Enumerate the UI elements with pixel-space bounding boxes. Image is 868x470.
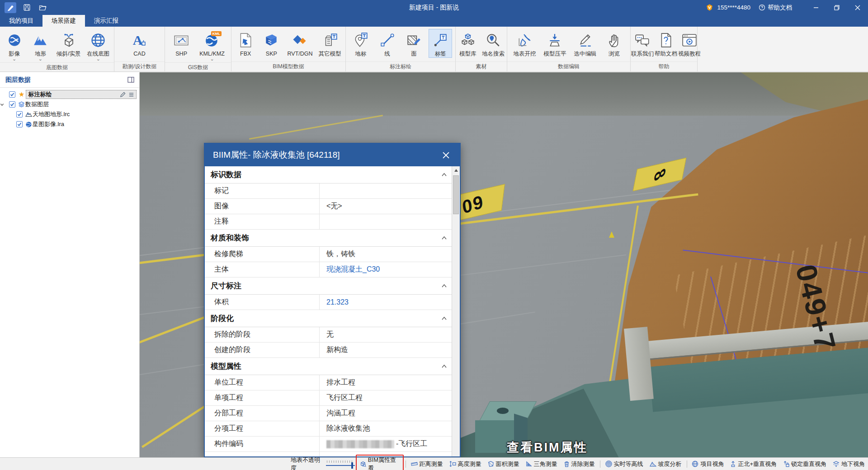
section-header-dimensions[interactable]: 尺寸标注 xyxy=(205,277,452,295)
chevron-up-icon[interactable] xyxy=(441,236,447,240)
button-label: 地标 xyxy=(355,50,366,57)
placemark-button[interactable]: 地标 xyxy=(349,29,373,58)
opacity-slider[interactable] xyxy=(326,460,353,468)
ribbon-group-assets: 模型库 地名搜索 素材 xyxy=(456,27,507,71)
rename-pencil-icon[interactable] xyxy=(120,92,126,98)
clear-measure-button[interactable]: 清除测量 xyxy=(564,460,595,468)
property-row[interactable]: 分项工程 除冰液收集池 xyxy=(205,421,452,437)
property-row[interactable]: 单位工程 排水工程 xyxy=(205,375,452,390)
model-library-button[interactable]: 模型库 xyxy=(456,29,480,58)
chevron-up-icon[interactable] xyxy=(441,364,447,368)
triangle-measure-button[interactable]: 三角测量 xyxy=(526,460,557,468)
tab-my-projects[interactable]: 我的项目 xyxy=(0,15,42,27)
slider-handle[interactable] xyxy=(351,462,353,469)
property-row[interactable]: 体积 21.323 xyxy=(205,295,452,310)
realtime-contour-button[interactable]: 实时等高线 xyxy=(605,460,643,468)
ribbon-group-bim-models: FBX SKP RVT/DGN xyxy=(231,27,346,71)
polygon-button[interactable]: 面 xyxy=(402,29,425,58)
button-label: 联系我们 xyxy=(631,50,654,57)
property-row[interactable]: 单项工程 飞行区工程 xyxy=(205,390,452,406)
checkbox-checked[interactable] xyxy=(16,121,23,127)
property-row[interactable]: 主体 现浇混凝土_C30 xyxy=(205,262,452,277)
selected-layer-box[interactable]: 标注标绘 xyxy=(26,90,137,99)
oblique-model-icon xyxy=(61,30,77,50)
height-measure-button[interactable]: 高度测量 xyxy=(449,460,481,468)
distance-measure-button[interactable]: 距离测量 xyxy=(411,460,443,468)
fbx-button[interactable]: FBX xyxy=(234,29,257,58)
section-header-identity[interactable]: 标识数据 xyxy=(205,166,452,183)
property-row[interactable]: 注释 xyxy=(205,214,452,230)
other-model-button[interactable]: 其它模型 xyxy=(317,29,343,58)
collapse-panel-icon[interactable] xyxy=(127,76,135,83)
tab-scene-build[interactable]: 场景搭建 xyxy=(42,15,85,27)
layer-row-annotation[interactable]: ★ 标注标绘 xyxy=(0,89,139,99)
cad-button[interactable]: A CAD xyxy=(128,29,151,58)
section-header-phasing[interactable]: 阶段化 xyxy=(205,310,452,327)
layer-row-terrain[interactable]: 天地图地形.lrc xyxy=(0,109,139,119)
browse-button[interactable]: 浏览 xyxy=(603,29,626,58)
checkbox-checked[interactable] xyxy=(9,91,15,98)
dialog-scrollbar[interactable] xyxy=(452,166,460,457)
help-doc-link[interactable]: 帮助文档 xyxy=(759,4,792,12)
chevron-down-icon: ⌄ xyxy=(12,57,16,62)
terrain-dig-button[interactable]: 地表开挖 xyxy=(511,29,538,58)
property-row[interactable]: 拆除的阶段 无 xyxy=(205,327,452,343)
layer-row-data-group[interactable]: 数据图层 xyxy=(0,99,139,109)
help-doc-button[interactable]: 帮助文档 xyxy=(654,29,678,58)
section-header-materials[interactable]: 材质和装饰 xyxy=(205,230,452,247)
oblique-photography-button[interactable]: 倾斜/实景 xyxy=(55,29,82,58)
model-flatten-button[interactable]: 模型压平 xyxy=(542,29,568,58)
property-row[interactable]: 图像 <无> xyxy=(205,199,452,214)
save-button[interactable] xyxy=(21,2,33,13)
lock-vertical-view-button[interactable]: 锁定垂直视角 xyxy=(783,460,826,468)
open-folder-button[interactable] xyxy=(37,2,49,13)
checkbox-checked[interactable] xyxy=(16,111,23,118)
favorite-star-icon: ★ xyxy=(19,90,24,99)
property-row[interactable]: 检修爬梯 铁，铸铁 xyxy=(205,247,452,262)
help-document-icon xyxy=(659,30,673,50)
terrain-button[interactable]: 地形 ⌄ xyxy=(28,29,52,62)
user-id[interactable]: 155****4480 xyxy=(717,4,750,11)
property-row[interactable]: 创建的阶段 新构造 xyxy=(205,343,452,358)
layer-row-imagery[interactable]: 星图影像.lra xyxy=(0,119,139,129)
shp-button[interactable]: SHP xyxy=(170,29,193,58)
tab-presentation[interactable]: 演示汇报 xyxy=(85,15,127,27)
property-row[interactable]: 分部工程 沟涵工程 xyxy=(205,406,452,421)
kml-kmz-button[interactable]: KML KML/KMZ ⌄ xyxy=(198,29,226,62)
property-row[interactable]: 构件编码 -飞行区工 xyxy=(205,437,452,452)
place-search-button[interactable]: 地名搜索 xyxy=(480,29,506,58)
dialog-close-icon[interactable] xyxy=(439,148,453,162)
property-row[interactable]: 标记 xyxy=(205,183,452,199)
checkbox-checked[interactable] xyxy=(9,101,15,108)
north-vertical-view-button[interactable]: 正北+垂直视角 xyxy=(730,460,777,468)
project-view-button[interactable]: 项目视角 xyxy=(692,460,724,468)
chevron-up-icon[interactable] xyxy=(441,173,447,177)
area-measure-button[interactable]: 面积测量 xyxy=(488,460,519,468)
scrollbar-thumb[interactable] xyxy=(453,175,459,214)
dialog-title-bar[interactable]: BIIM属性- 除冰液收集池 [642118] xyxy=(205,144,460,166)
chevron-up-icon[interactable] xyxy=(441,316,447,320)
contour-icon xyxy=(605,461,612,467)
online-basemap-button[interactable]: 在线底图 ⌄ xyxy=(85,29,111,62)
expand-chevron-icon[interactable] xyxy=(0,103,7,107)
minimize-button[interactable] xyxy=(806,0,826,15)
rvt-dgn-button[interactable]: RVT/DGN xyxy=(286,29,315,58)
select-edit-button[interactable]: 选中编辑 xyxy=(572,29,599,58)
model-library-icon xyxy=(460,30,476,50)
contact-us-button[interactable]: 联系我们 xyxy=(631,29,654,58)
restore-button[interactable] xyxy=(826,0,847,15)
close-button[interactable] xyxy=(847,0,868,15)
section-header-model-props[interactable]: 模型属性 xyxy=(205,358,452,375)
imagery-button[interactable]: 影像 ⌄ xyxy=(3,29,26,62)
bim-property-view-button[interactable]: BIM属性查看 xyxy=(356,455,404,470)
trash-icon xyxy=(564,461,570,467)
layer-menu-icon[interactable] xyxy=(128,92,134,98)
scroll-up-icon[interactable] xyxy=(452,166,460,174)
skp-button[interactable]: SKP xyxy=(259,29,283,58)
label-button[interactable]: 标签 xyxy=(429,29,452,58)
slope-analysis-button[interactable]: 坡度分析 xyxy=(650,460,682,468)
slider-track[interactable] xyxy=(326,465,355,466)
line-button[interactable]: 线 xyxy=(376,29,399,58)
chevron-up-icon[interactable] xyxy=(441,284,447,288)
underground-view-button[interactable]: 地下视角 xyxy=(833,460,865,468)
